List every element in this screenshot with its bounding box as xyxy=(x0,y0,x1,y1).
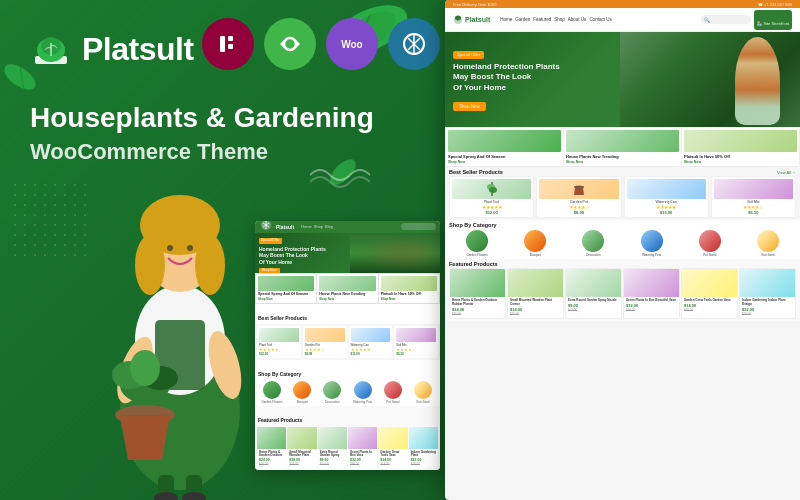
feat-2: Small Mounted Wooden Plant Corner $18.00… xyxy=(507,268,564,319)
hero-image xyxy=(620,32,800,127)
mini-nav: Home Shop Blog xyxy=(301,224,333,229)
product-card-4: Soil Mix ★★★★☆ $6.50 xyxy=(394,326,438,358)
best-seller-more[interactable]: View All → xyxy=(777,170,796,175)
mini-logo-text: Platsult xyxy=(276,224,294,230)
left-panel: Platsult Woo xyxy=(0,0,460,500)
feat-5: Garden Grow Tools Garden Vase $14.00 $18… xyxy=(681,268,738,319)
mini-header: Platsult Home Shop Blog xyxy=(255,221,440,233)
feat-6: Indoor Gardening Indoor Plant Design $22… xyxy=(739,268,796,319)
site-header: Platsult Home Garden Featured Shop About… xyxy=(445,8,800,32)
promo-main-1: Special Spring And Of Season Shop Now xyxy=(446,128,563,166)
hero-cta[interactable]: Shop Now xyxy=(453,102,486,111)
featured-4: Green Plants In Box Vase $32.00 $40.00 xyxy=(348,427,377,468)
featured-3: Extra Round Garden Spray $9.00 $12.00 xyxy=(318,427,347,468)
bs-product-2: Garden Pot ★★★★☆ $8.99 xyxy=(536,176,621,218)
mini-hero-text: Special Offer Homeland Protection Plants… xyxy=(259,237,326,273)
badge-sync xyxy=(264,18,316,70)
nav-contact[interactable]: Contact Us xyxy=(589,17,611,22)
hero-section: Special Offer Homeland Protection Plants… xyxy=(445,32,800,127)
svg-point-33 xyxy=(154,492,178,500)
cat-1: Garden Flowers xyxy=(258,381,286,404)
cat-item-6[interactable]: Sun Sand xyxy=(740,230,796,257)
category-title: Shop By Category xyxy=(449,222,497,228)
category-header: Shop By Category xyxy=(255,360,440,380)
badge-woo: Woo xyxy=(326,18,378,70)
hero-badge: Special Offer xyxy=(453,51,484,59)
mini-website-preview: Platsult Home Shop Blog Special Offer Ho… xyxy=(255,221,440,470)
featured-section-main: Featured Products Home Plants & Garden O… xyxy=(445,259,800,321)
cat-item-4[interactable]: Watering Pots xyxy=(624,230,680,257)
best-seller-title: Best Seller Products xyxy=(449,169,503,175)
featured-header: Featured Products xyxy=(255,406,440,426)
featured-6: Indoor Gardening Plant $22.00 $28.00 xyxy=(409,427,438,468)
cat-item-5[interactable]: Pot Stand xyxy=(682,230,738,257)
svg-rect-10 xyxy=(228,36,233,41)
product-card-2: Garden Pot ★★★★☆ $8.99 xyxy=(303,326,347,358)
promo-main-3: Platsult In Have 50% Off Shop Now xyxy=(682,128,799,166)
hero-content: Special Offer Homeland Protection Plants… xyxy=(453,42,560,112)
nav-featured[interactable]: Featured xyxy=(533,17,551,22)
product-img-1 xyxy=(259,328,299,342)
logo-icon xyxy=(30,28,72,70)
nav-about[interactable]: About Us xyxy=(568,17,587,22)
cat-item-2[interactable]: Bouquet xyxy=(507,230,563,257)
featured-products-main: Home Plants & Garden Outdoor Rubber Plan… xyxy=(449,268,796,319)
right-panel-website: Free Delivery Over $100 ☎ +1 234 567 890… xyxy=(445,0,800,500)
feat-3: Extra Round Garden Spray Nozzle $9.00 $1… xyxy=(565,268,622,319)
featured-title: Featured Products xyxy=(449,261,498,267)
site-header-actions: 🔍 🏪 Site Storefront xyxy=(701,10,792,30)
cat-item-1[interactable]: Garden Flowers xyxy=(449,230,505,257)
phone-number: ☎ +1 234 567 890 xyxy=(758,2,792,7)
promo-box-3: Platsult In Have 50% Off Shop Now xyxy=(379,274,439,303)
svg-point-20 xyxy=(195,235,225,295)
logo-area: Platsult xyxy=(30,28,194,70)
product-img-2 xyxy=(305,328,345,342)
promo-boxes: Special Spring And Of Season Shop Now Ho… xyxy=(255,273,440,304)
bs-product-4: Soil Mix ★★★★☆ $6.50 xyxy=(711,176,796,218)
svg-point-22 xyxy=(187,245,193,251)
cat-item-3[interactable]: Decoration xyxy=(565,230,621,257)
goto-store-btn[interactable]: 🏪 Site Storefront xyxy=(754,10,792,30)
svg-point-30 xyxy=(130,350,160,386)
badge-icons-row: Woo xyxy=(202,18,440,70)
nav-shop[interactable]: Shop xyxy=(554,17,565,22)
category-title-row: Shop By Category xyxy=(449,222,796,228)
category-section-main: Shop By Category Garden Flowers Bouquet … xyxy=(445,220,800,259)
promo-row-main: Special Spring And Of Season Shop Now Ho… xyxy=(445,127,800,167)
best-seller-header: Best Seller Products xyxy=(255,304,440,324)
mini-hero-img xyxy=(350,233,440,273)
promo-box-2: House Plants New Trending Shop Now xyxy=(317,274,377,303)
product-img-3 xyxy=(351,328,391,342)
top-bar-text: Free Delivery Over $100 xyxy=(453,2,497,7)
cat-2: Bouquet xyxy=(288,381,316,404)
product-img-4 xyxy=(396,328,436,342)
cat-6: Sun Sand xyxy=(409,381,437,404)
featured-1: Home Plants & Garden Outdoor $24.00 $30.… xyxy=(257,427,286,468)
svg-point-21 xyxy=(167,245,173,251)
svg-point-40 xyxy=(489,187,497,193)
feat-4: Green Plants In Box Beautiful Vase $32.0… xyxy=(623,268,680,319)
site-logo-text: Platsult xyxy=(465,16,490,23)
header-search[interactable]: 🔍 xyxy=(701,15,751,24)
badge-elementor xyxy=(202,18,254,70)
nav-home[interactable]: Home xyxy=(500,17,512,22)
product-card-3: Watering Can ★★★★★ $15.00 xyxy=(349,326,393,358)
best-seller-products: Plant Tool ★★★★★ $12.00 Garden Pot ★★★★☆… xyxy=(449,176,796,218)
svg-rect-11 xyxy=(228,44,233,49)
svg-point-41 xyxy=(574,186,584,189)
category-row: Garden Flowers Bouquet Decoration Wateri… xyxy=(255,380,440,406)
bs-product-3: Watering Can ★★★★★ $15.00 xyxy=(624,176,709,218)
best-seller-section: Best Seller Products View All → Plant To… xyxy=(445,167,800,218)
bs-product-1: Plant Tool ★★★★★ $12.00 xyxy=(449,176,534,218)
svg-point-34 xyxy=(182,492,206,500)
nav-garden[interactable]: Garden xyxy=(515,17,530,22)
cat-5: Pot Stand xyxy=(379,381,407,404)
svg-marker-12 xyxy=(296,40,300,48)
top-bar: Free Delivery Over $100 ☎ +1 234 567 890 xyxy=(445,0,800,8)
products-grid: Plant Tool ★★★★★ $12.00 Garden Pot ★★★★☆… xyxy=(255,324,440,360)
site-nav-items[interactable]: Home Garden Featured Shop About Us Conta… xyxy=(500,17,611,22)
mini-search xyxy=(401,223,436,230)
category-circles-row: Garden Flowers Bouquet Decoration Wateri… xyxy=(449,230,796,257)
best-seller-title-row: Best Seller Products View All → xyxy=(449,169,796,175)
logo-text: Platsult xyxy=(82,31,194,68)
